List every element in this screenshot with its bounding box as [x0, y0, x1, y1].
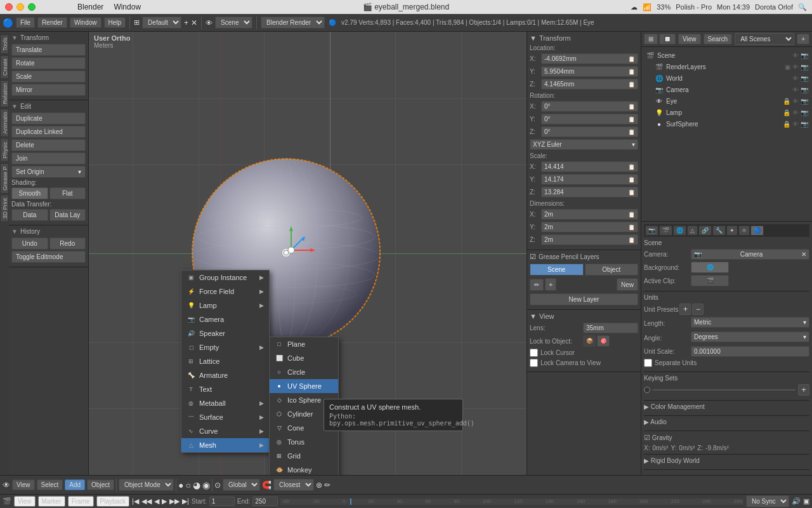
submenu-plane[interactable]: □ Plane: [270, 337, 338, 351]
tools-tab[interactable]: Tools: [0, 34, 9, 54]
jump-start-icon[interactable]: |◀: [132, 497, 139, 505]
prop-tab-object[interactable]: △: [687, 225, 698, 236]
add-scene-btn[interactable]: +: [797, 34, 809, 44]
ctx-lamp[interactable]: 💡 Lamp ▶: [181, 298, 269, 312]
scale-y-field[interactable]: 14.174 📋: [541, 174, 638, 185]
tree-eye[interactable]: 👁 Eye 🔒 👁 📷: [644, 95, 809, 107]
playhead[interactable]: [350, 498, 351, 505]
tree-lamp[interactable]: 💡 Lamp 🔒 👁 📷: [644, 107, 809, 118]
gp-scene-tab[interactable]: Scene: [530, 264, 584, 276]
ctx-armature[interactable]: 🦴 Armature: [181, 368, 269, 382]
frame-btn[interactable]: Frame: [68, 496, 94, 507]
tree-surfsphere[interactable]: ● SurfSphere 🔒 👁 📷: [644, 118, 809, 130]
view-section-title[interactable]: ▼ View: [530, 312, 638, 320]
separate-units-checkbox[interactable]: [644, 359, 652, 367]
lock-cursor-checkbox[interactable]: [530, 349, 538, 357]
ctx-text[interactable]: T Text: [181, 382, 269, 396]
physics-tab[interactable]: Physic: [0, 138, 9, 162]
eye-render[interactable]: 📷: [801, 98, 808, 105]
lamp-restrict[interactable]: 🔒: [783, 109, 790, 116]
ctx-camera[interactable]: 📷 Camera: [181, 312, 269, 326]
minimize-button[interactable]: [16, 3, 24, 11]
new-layer-button[interactable]: New Layer: [530, 293, 638, 305]
animation-tab[interactable]: Animatio: [0, 109, 9, 137]
delete-button[interactable]: Delete: [11, 139, 86, 151]
copy-icon-10[interactable]: 📋: [628, 211, 635, 218]
mac-window-menu[interactable]: Window: [114, 3, 141, 11]
gp-object-tab[interactable]: Object: [585, 264, 639, 276]
play-back-icon[interactable]: ◀: [154, 497, 159, 505]
gravity-checkbox[interactable]: ☑: [644, 434, 650, 441]
wire-icon[interactable]: ○: [185, 480, 190, 490]
loc-x-field[interactable]: -4.0692mm 📋: [541, 53, 638, 64]
playback-btn[interactable]: Playback: [96, 496, 130, 507]
lamp-render[interactable]: 📷: [801, 109, 808, 116]
rigid-body-title[interactable]: ▶ Rigid Body World: [644, 457, 809, 464]
dim-z-field[interactable]: 2m 📋: [541, 234, 638, 245]
rotate-button[interactable]: Rotate: [11, 57, 86, 69]
undo-button[interactable]: Undo: [11, 237, 48, 250]
file-menu[interactable]: File: [16, 17, 35, 28]
prop-tab-scene[interactable]: 🎬: [659, 225, 672, 236]
loc-z-field[interactable]: 4.1465mm 📋: [541, 79, 638, 90]
camera-remove-icon[interactable]: ✕: [801, 251, 806, 258]
rot-x-field[interactable]: 0° 📋: [541, 101, 638, 112]
copy-icon-12[interactable]: 📋: [628, 237, 635, 243]
audio-title[interactable]: ▶ Audio: [644, 418, 809, 425]
relations-tab[interactable]: Relation: [0, 80, 9, 107]
units-title[interactable]: Units: [644, 294, 809, 301]
rl-visibility[interactable]: 👁: [792, 64, 799, 70]
scene-render-icon[interactable]: 📷: [801, 52, 808, 59]
dim-y-field[interactable]: 2m 📋: [541, 222, 638, 232]
ctx-speaker[interactable]: 🔊 Speaker: [181, 326, 269, 340]
maximize-button[interactable]: [28, 3, 36, 11]
play-icon[interactable]: ▶: [162, 497, 167, 505]
add-screen-icon[interactable]: +: [184, 18, 188, 27]
rl-icon[interactable]: ▣: [785, 64, 790, 70]
grease-pencil-bot-icon[interactable]: ✏: [324, 481, 331, 490]
marker-btn[interactable]: Marker: [38, 496, 65, 507]
prop-tab-constraints[interactable]: 🔗: [698, 225, 712, 236]
toggle-editmode-button[interactable]: Toggle Editmode: [11, 251, 86, 263]
rot-y-field[interactable]: 0° 📋: [541, 114, 638, 124]
lock-object-pick[interactable]: 🎯: [597, 335, 610, 347]
gp-new-btn[interactable]: New: [617, 278, 638, 291]
copy-icon-11[interactable]: 📋: [628, 224, 635, 231]
snap-magnet-icon[interactable]: 🧲: [262, 481, 272, 490]
remove-screen-icon[interactable]: ✕: [191, 18, 197, 27]
data-lay-button[interactable]: Data Lay: [49, 209, 86, 221]
copy-icon-6[interactable]: 📋: [628, 129, 635, 135]
timeline-ruler[interactable]: -40 -20 0 20 40 60 80 100 120 140 160 18…: [280, 498, 743, 505]
ctx-surface[interactable]: 〰 Surface ▶: [181, 410, 269, 424]
prop-scene-title[interactable]: Scene: [644, 239, 809, 246]
prop-tab-material[interactable]: 🔵: [750, 225, 764, 236]
tree-scene[interactable]: 🎬 Scene 👁 📷: [644, 50, 809, 61]
camera-visibility[interactable]: 👁: [792, 86, 799, 93]
proportional-icon[interactable]: ⊛: [316, 481, 322, 490]
view-timeline-btn[interactable]: View: [14, 496, 36, 507]
view-bottom-btn[interactable]: View: [12, 479, 35, 490]
submenu-cube[interactable]: ⬜ Cube: [270, 351, 338, 365]
lamp-visibility[interactable]: 👁: [792, 109, 799, 116]
view-btn[interactable]: View: [678, 34, 701, 44]
gp-draw-btn[interactable]: ✏: [530, 279, 544, 291]
start-field[interactable]: [209, 497, 235, 506]
create-tab[interactable]: Create: [0, 55, 9, 79]
keying-add-btn[interactable]: +: [798, 384, 809, 396]
lock-camera-checkbox[interactable]: [530, 359, 538, 367]
submenu-monkey[interactable]: 🐵 Monkey: [270, 463, 338, 475]
object-bottom-btn[interactable]: Object: [87, 479, 114, 490]
camera-prop-field[interactable]: 📷 Camera ✕: [691, 249, 809, 260]
prop-tab-modifier[interactable]: 🔧: [712, 225, 726, 236]
transform-properties-title[interactable]: ▼ Transform: [530, 34, 638, 42]
texture-icon[interactable]: ◕: [193, 480, 200, 490]
viewport[interactable]: User Ortho Meters: [89, 32, 527, 475]
data-button[interactable]: Data: [11, 209, 48, 221]
rot-z-field[interactable]: 0° 📋: [541, 126, 638, 137]
layout-select[interactable]: Default: [142, 17, 181, 29]
close-button[interactable]: [5, 3, 13, 11]
tree-camera[interactable]: 📷 Camera 👁 📷: [644, 84, 809, 95]
scene-icon-btn-1[interactable]: ⊞: [644, 34, 658, 44]
unit-add-btn[interactable]: +: [679, 304, 691, 315]
solid-icon[interactable]: ●: [178, 480, 183, 490]
